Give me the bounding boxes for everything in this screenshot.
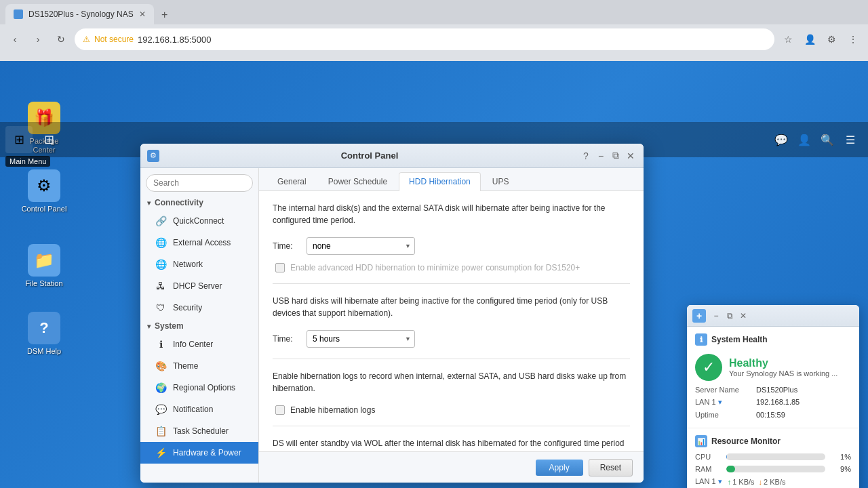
info-center-label: Info Center bbox=[173, 340, 213, 349]
time-select-2[interactable]: 5 minutes 10 minutes 20 minutes 30 minut… bbox=[307, 330, 415, 348]
time-select-2-wrapper: 5 minutes 10 minutes 20 minutes 30 minut… bbox=[307, 330, 415, 348]
desktop-icon-control-panel[interactable]: ⚙ Control Panel bbox=[20, 169, 68, 214]
address-bar-row: ‹ › ↻ ⚠ Not secure 192.168.1.85:5000 ☆ 👤… bbox=[0, 24, 868, 54]
tab-hdd-hibernation[interactable]: HDD Hibernation bbox=[399, 172, 481, 191]
widget-close-button[interactable]: ✕ bbox=[737, 310, 749, 322]
ram-label: RAM bbox=[695, 465, 721, 473]
taskbar-search-icon[interactable]: 🔍 bbox=[818, 130, 837, 149]
system-health-widget: + − ⧉ ✕ ℹ System Health ✓ Healthy Your S… bbox=[687, 305, 859, 488]
taskbar-main-menu-button[interactable]: ⊞ Main Menu bbox=[5, 126, 33, 153]
lan1-row: LAN 1 ▾ 192.168.1.85 bbox=[695, 396, 851, 409]
sidebar-item-security[interactable]: 🛡 Security bbox=[140, 297, 258, 319]
system-health-title: ℹ System Health bbox=[695, 333, 851, 346]
forward-button[interactable]: › bbox=[28, 30, 47, 49]
notification-label: Notification bbox=[173, 405, 213, 414]
chevron-up-icon: ▾ bbox=[147, 199, 151, 207]
file-station-label: File Station bbox=[20, 279, 68, 288]
hardware-power-label: Hardware & Power bbox=[173, 448, 241, 458]
window-help-button[interactable]: ? bbox=[580, 150, 592, 162]
browser-chrome: DS1520Plus - Synology NAS ✕ + ‹ › ↻ ⚠ No… bbox=[0, 0, 868, 61]
taskbar-user-icon[interactable]: 👤 bbox=[795, 130, 814, 149]
taskbar-app-icon[interactable]: ⊞ bbox=[35, 126, 62, 153]
separator-2 bbox=[273, 359, 630, 359]
server-name-key: Server Name bbox=[695, 386, 756, 394]
sidebar-item-quickconnect[interactable]: 🔗 QuickConnect bbox=[140, 210, 258, 232]
lan1-link[interactable]: ▾ bbox=[718, 398, 722, 406]
back-button[interactable]: ‹ bbox=[5, 30, 24, 49]
sidebar-item-notification[interactable]: 💬 Notification bbox=[140, 399, 258, 420]
network-label: Network bbox=[173, 260, 203, 269]
lan1-key: LAN 1 ▾ bbox=[695, 398, 756, 407]
window-close-button[interactable]: ✕ bbox=[625, 150, 637, 162]
time-label-1: Time: bbox=[273, 241, 300, 251]
reset-button[interactable]: Reset bbox=[589, 459, 633, 476]
sidebar-item-regional-options[interactable]: 🌍 Regional Options bbox=[140, 377, 258, 399]
widget-add-button[interactable]: + bbox=[692, 309, 706, 323]
taskbar-right: 💬 👤 🔍 ☰ bbox=[764, 130, 868, 149]
cp-sidebar: ▾ Connectivity 🔗 QuickConnect 🌐 External… bbox=[140, 168, 259, 483]
sidebar-item-hardware-power[interactable]: ⚡ Hardware & Power bbox=[140, 442, 258, 464]
ram-percent: 9% bbox=[831, 465, 851, 473]
regional-label: Regional Options bbox=[173, 383, 235, 392]
task-scheduler-label: Task Scheduler bbox=[173, 426, 229, 436]
time-select-1[interactable]: none 5 minutes 10 minutes 20 minutes 30 … bbox=[307, 237, 415, 255]
sidebar-item-theme[interactable]: 🎨 Theme bbox=[140, 355, 258, 377]
hdd-description-2: USB hard disks will hibernate after bein… bbox=[273, 295, 630, 319]
time-field-2-row: Time: 5 minutes 10 minutes 20 minutes 30… bbox=[273, 330, 630, 348]
lan-dropdown-icon[interactable]: ▾ bbox=[718, 477, 722, 485]
desktop-icon-file-station[interactable]: 📁 File Station bbox=[20, 244, 68, 288]
cp-content: General Power Schedule HDD Hibernation U… bbox=[259, 168, 644, 483]
download-icon: ↓ bbox=[759, 478, 763, 486]
taskbar-chat-icon[interactable]: 💬 bbox=[772, 130, 791, 149]
lan-row: LAN 1 ▾ ↑ 1 KB/s ↓ 2 KB/s bbox=[695, 477, 851, 486]
widget-restore-button[interactable]: ⧉ bbox=[724, 310, 736, 322]
new-tab-button[interactable]: + bbox=[155, 5, 174, 24]
lan-up-stat: ↑ 1 KB/s bbox=[728, 478, 755, 486]
control-panel-window-icon: ⚙ bbox=[147, 150, 159, 162]
cp-search-input[interactable] bbox=[146, 174, 253, 192]
cp-section-system[interactable]: ▾ System bbox=[140, 319, 258, 333]
sidebar-item-network[interactable]: 🌐 Network bbox=[140, 253, 258, 275]
separator-1 bbox=[273, 283, 630, 284]
toolbar-icons: ☆ 👤 ⚙ ⋮ bbox=[778, 30, 863, 49]
uptime-row: Uptime 00:15:59 bbox=[695, 409, 851, 421]
reload-button[interactable]: ↻ bbox=[52, 30, 71, 49]
taskbar-settings-icon[interactable]: ☰ bbox=[841, 130, 860, 149]
dhcp-label: DHCP Server bbox=[173, 281, 222, 291]
desktop-icon-dsm-help[interactable]: ? DSM Help bbox=[20, 312, 68, 356]
tab-power-schedule[interactable]: Power Schedule bbox=[318, 172, 397, 190]
cp-tabs: General Power Schedule HDD Hibernation U… bbox=[259, 168, 644, 191]
taskbar-left: ⊞ Main Menu ⊞ bbox=[0, 126, 68, 153]
extensions-button[interactable]: ⚙ bbox=[822, 30, 841, 49]
window-restore-button[interactable]: ⧉ bbox=[610, 150, 622, 162]
bookmark-button[interactable]: ☆ bbox=[778, 30, 797, 49]
window-minimize-button[interactable]: − bbox=[595, 150, 607, 162]
tab-title: DS1520Plus - Synology NAS bbox=[28, 9, 134, 19]
tab-close-button[interactable]: ✕ bbox=[139, 9, 146, 19]
system-label: System bbox=[155, 321, 184, 331]
lock-label: Not secure bbox=[94, 35, 134, 44]
sidebar-item-info-center[interactable]: ℹ Info Center bbox=[140, 333, 258, 355]
hibernation-logs-checkbox[interactable] bbox=[275, 405, 285, 415]
tab-general[interactable]: General bbox=[267, 172, 317, 190]
theme-icon: 🎨 bbox=[154, 359, 167, 373]
widget-minimize-button[interactable]: − bbox=[710, 310, 722, 322]
control-panel-icon: ⚙ bbox=[28, 169, 60, 202]
profile-button[interactable]: 👤 bbox=[800, 30, 819, 49]
cp-sidebar-header bbox=[140, 171, 258, 195]
apply-button[interactable]: Apply bbox=[536, 460, 583, 476]
browser-tab-active[interactable]: DS1520Plus - Synology NAS ✕ bbox=[5, 4, 154, 24]
tab-ups[interactable]: UPS bbox=[482, 172, 519, 190]
sidebar-item-external-access[interactable]: 🌐 External Access bbox=[140, 232, 258, 253]
cpu-row: CPU 1% bbox=[695, 453, 851, 461]
health-status-label: Healthy bbox=[729, 357, 837, 369]
sidebar-item-task-scheduler[interactable]: 📋 Task Scheduler bbox=[140, 420, 258, 442]
cp-section-connectivity[interactable]: ▾ Connectivity bbox=[140, 195, 258, 210]
health-status-icon: ✓ bbox=[695, 354, 722, 381]
theme-label: Theme bbox=[173, 361, 198, 371]
sidebar-item-dhcp-server[interactable]: 🖧 DHCP Server bbox=[140, 275, 258, 297]
cpu-label: CPU bbox=[695, 453, 721, 461]
menu-button[interactable]: ⋮ bbox=[844, 30, 863, 49]
address-bar[interactable]: ⚠ Not secure 192.168.1.85:5000 bbox=[75, 28, 774, 50]
advanced-hdd-checkbox[interactable] bbox=[275, 263, 285, 272]
